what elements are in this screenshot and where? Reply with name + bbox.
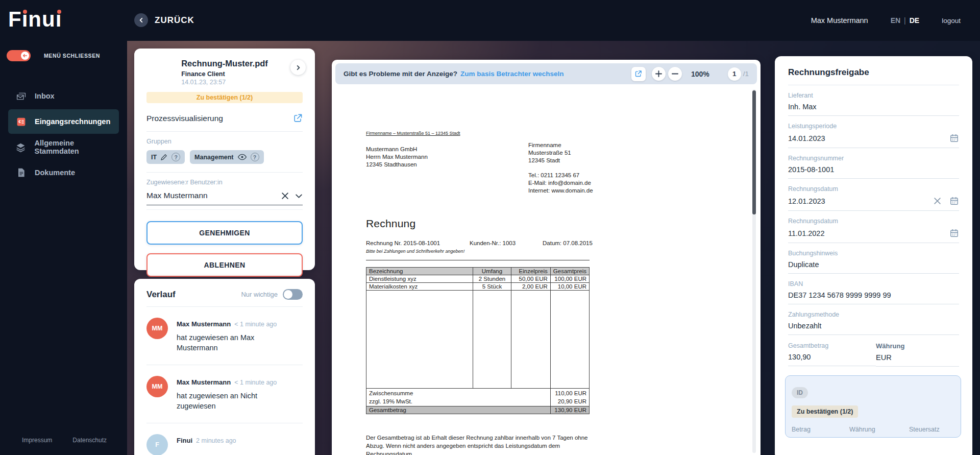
pdf-contact-block: Tel.: 0211 12345 67 E-Mail: info@domain.…: [528, 172, 593, 195]
process-visualization-label: Prozessvisualisierung: [146, 114, 223, 123]
lang-de[interactable]: DE: [910, 16, 919, 25]
field-rechnungsdatum-2: Rechnungsdatum 11.01.2022: [788, 218, 959, 243]
clear-icon[interactable]: [934, 197, 941, 205]
menu-close-toggle[interactable]: MENÜ SCHLIESSEN: [7, 50, 100, 61]
column-waehrung: Währung: [849, 426, 909, 433]
sidebar-item-dokumente[interactable]: Dokumente: [8, 160, 119, 185]
divider: [146, 172, 303, 173]
lang-en[interactable]: EN: [891, 16, 900, 25]
calendar-icon[interactable]: [949, 228, 959, 238]
field-gesamtbetrag: Gesamtbetrag 130,90: [788, 342, 876, 367]
header-right: Max Mustermann EN | DE logout: [811, 0, 961, 41]
important-only-toggle[interactable]: [283, 289, 303, 300]
switch-viewer-link[interactable]: Zum basis Betrachter wechseln: [460, 70, 564, 78]
calendar-icon[interactable]: [949, 196, 959, 206]
logout-link[interactable]: logout: [942, 17, 961, 25]
reject-button[interactable]: ABLEHNEN: [146, 253, 303, 277]
status-badge: Zu bestätigen (1/2): [146, 92, 303, 103]
pdf-sender-line: Firmenname – Musterstraße 51 – 12345 Sta…: [366, 131, 601, 136]
scrollbar-thumb[interactable]: [752, 90, 756, 214]
current-page-input[interactable]: 1: [728, 67, 741, 81]
entry-time: 2 minutes ago: [196, 437, 236, 444]
sidebar-item-label: Eingangsrechnungen: [35, 117, 110, 126]
field-iban: IBAN DE37 1234 5678 9999 9999 99: [788, 280, 959, 304]
datenschutz-link[interactable]: Datenschutz: [72, 437, 107, 444]
pdf-invoice-date: Datum: 07.08.2015: [543, 240, 593, 246]
entry-time: < 1 minute ago: [234, 379, 277, 386]
sidebar-item-eingangsrechnungen[interactable]: € Eingangsrechnungen: [8, 109, 119, 134]
sidebar-menu: Inbox € Eingangsrechnungen Allgemeine St…: [0, 83, 127, 186]
document-header: Rechnung-Muster.pdf Finance Client 14.01…: [146, 59, 303, 86]
pdf-invoice-title: Rechnung: [366, 218, 601, 230]
eye-icon[interactable]: [237, 153, 247, 161]
assignee-value: Max Mustermann: [146, 191, 281, 200]
help-icon[interactable]: ?: [251, 153, 259, 161]
id-pill: ID: [792, 387, 808, 398]
document-timestamp: 14.01.23, 23:57: [181, 79, 268, 86]
lang-divider: |: [904, 16, 906, 25]
pencil-icon[interactable]: [160, 153, 168, 161]
svg-text:€: €: [18, 119, 21, 124]
invoice-receipt-icon: €: [15, 116, 27, 127]
viewer-notice-bar: Gibt es Probleme mit der Anzeige? Zum ba…: [335, 63, 757, 84]
position-box: ID Zu bestätigen (1/2) Betrag Währung St…: [785, 375, 961, 438]
sidebar-item-stammdaten[interactable]: Allgemeine Stammdaten: [8, 135, 119, 159]
zoom-out-button[interactable]: [668, 67, 682, 81]
arrow-left-icon: [21, 52, 29, 60]
document-client: Finance Client: [181, 70, 268, 78]
toggle-knob: [284, 290, 292, 299]
position-status-badge: Zu bestätigen (1/2): [792, 405, 858, 418]
toggle-pill: [7, 50, 31, 61]
assignee-select[interactable]: Max Mustermann: [146, 191, 303, 205]
table-filler-row: [366, 291, 590, 389]
minus-icon: [672, 70, 678, 77]
pdf-page: Firmenname – Musterstraße 51 – 12345 Sta…: [366, 131, 601, 455]
impressum-link[interactable]: Impressum: [22, 437, 52, 444]
user-name: Max Mustermann: [811, 16, 868, 25]
pdf-customer-number: Kunden-Nr.: 1003: [470, 240, 543, 246]
avatar: MM: [146, 318, 168, 339]
field-leistungsperiode: Leistungsperiode 14.01.2023: [788, 123, 959, 148]
pdf-company-block: Firmenname Musterstraße 51 12345 Stadt T…: [528, 141, 593, 195]
notice-text: Gibt es Probleme mit der Anzeige?: [344, 70, 457, 78]
avatar: MM: [146, 376, 168, 397]
column-steuersatz: Steuersatz: [909, 426, 940, 433]
column-betrag: Betrag: [792, 426, 849, 433]
group-tag-management[interactable]: Management ?: [190, 150, 263, 164]
history-entry: MM Max Mustermann< 1 minute ago hat zuge…: [146, 365, 303, 423]
group-tag-label: Management: [194, 154, 233, 161]
group-tag-it[interactable]: IT ?: [146, 150, 185, 164]
layers-icon: [15, 141, 27, 153]
back-label: ZURÜCK: [155, 15, 194, 26]
field-rechnungsdatum-1: Rechnungsdatum 12.01.2023: [788, 185, 959, 211]
group-tag-label: IT: [151, 154, 157, 161]
pdf-payment-note: Bitte bei Zahlungen und Schriftverkehr a…: [366, 249, 601, 254]
back-button[interactable]: ZURÜCK: [134, 13, 194, 27]
history-entry: F Finui2 minutes ago: [146, 423, 303, 455]
zoom-in-button[interactable]: [652, 67, 666, 81]
help-icon[interactable]: ?: [172, 153, 180, 161]
history-entry: MM Max Mustermann< 1 minute ago hat zuge…: [146, 307, 303, 365]
sidebar-item-inbox[interactable]: Inbox: [8, 84, 119, 108]
total-row: Gesamtbetrag 130,90 EUR: [366, 406, 590, 414]
process-visualization-row[interactable]: Prozessvisualisierung: [146, 113, 303, 123]
chevron-down-icon[interactable]: [295, 192, 303, 200]
zoom-level: 100%: [691, 70, 709, 78]
clear-icon[interactable]: [281, 192, 289, 200]
next-document-button[interactable]: [290, 60, 306, 75]
amount-row: Gesamtbetrag 130,90 Währung EUR: [788, 342, 959, 367]
sidebar-footer: Impressum Datenschutz: [22, 437, 107, 444]
language-switcher: EN | DE: [891, 16, 920, 25]
field-waehrung: Währung EUR: [876, 342, 959, 367]
logo-dot: [57, 10, 61, 14]
plus-icon: [655, 70, 662, 77]
history-title: Verlauf: [146, 290, 176, 300]
approve-button[interactable]: GENEHMIGEN: [146, 221, 303, 245]
calendar-icon[interactable]: [949, 133, 959, 143]
open-external-button[interactable]: [631, 67, 646, 81]
viewer-controls: 100% 1 /1: [631, 67, 752, 81]
approval-panel: Rechnungsfreigabe Lieferant Inh. Max Lei…: [775, 56, 972, 455]
avatar: F: [146, 434, 168, 455]
groups-label: Gruppen: [146, 138, 303, 145]
finui-logo: Fınuı: [8, 7, 75, 34]
